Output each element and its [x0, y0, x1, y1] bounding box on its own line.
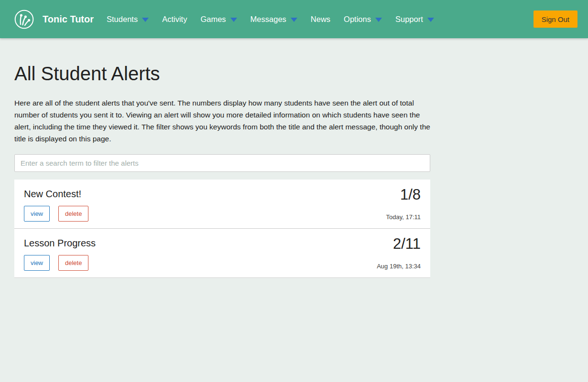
nav-item-options[interactable]: Options — [337, 15, 389, 24]
nav-item-activity[interactable]: Activity — [155, 15, 194, 24]
view-button[interactable]: view — [24, 255, 50, 271]
top-navbar: Tonic Tutor Students Activity Games Mess… — [0, 0, 588, 38]
nav-item-label: Games — [200, 15, 226, 24]
view-button[interactable]: view — [24, 206, 50, 222]
delete-button[interactable]: delete — [58, 255, 88, 271]
seen-count: 2/11 — [393, 235, 421, 253]
nav-item-support[interactable]: Support — [389, 15, 441, 24]
alert-filter-input[interactable] — [14, 154, 430, 172]
tonic-tutor-logo-icon[interactable] — [14, 10, 34, 29]
main-menu: Students Activity Games Messages News Op… — [100, 15, 441, 24]
chevron-down-icon — [375, 18, 382, 22]
alert-row: New Contest! view delete 1/8 Today, 17:1… — [14, 180, 430, 228]
alert-row: Lesson Progress view delete 2/11 Aug 19t… — [14, 228, 430, 277]
alert-title: Lesson Progress — [24, 238, 96, 249]
nav-item-students[interactable]: Students — [100, 15, 155, 24]
brand-name[interactable]: Tonic Tutor — [43, 14, 94, 25]
nav-item-games[interactable]: Games — [194, 15, 243, 24]
search-box — [14, 154, 430, 172]
nav-item-messages[interactable]: Messages — [244, 15, 304, 24]
main-content: All Student Alerts Here are all of the s… — [14, 63, 430, 278]
chevron-down-icon — [427, 18, 434, 22]
chevron-down-icon — [291, 18, 297, 22]
chevron-down-icon — [142, 18, 149, 22]
alert-timestamp: Today, 17:11 — [386, 213, 421, 222]
page-description: Here are all of the student alerts that … — [14, 97, 430, 145]
page-title: All Student Alerts — [14, 63, 430, 85]
delete-button[interactable]: delete — [58, 206, 88, 222]
nav-item-news[interactable]: News — [304, 15, 337, 24]
alert-title: New Contest! — [24, 189, 88, 200]
nav-item-label: Messages — [250, 15, 286, 24]
sign-out-button[interactable]: Sign Out — [534, 11, 577, 28]
nav-item-label: News — [311, 15, 330, 24]
seen-count: 1/8 — [400, 186, 421, 203]
nav-item-label: Activity — [162, 15, 187, 24]
nav-item-label: Support — [395, 15, 423, 24]
alert-list: New Contest! view delete 1/8 Today, 17:1… — [14, 180, 430, 278]
nav-item-label: Students — [107, 15, 138, 24]
nav-item-label: Options — [344, 15, 371, 24]
chevron-down-icon — [230, 18, 237, 22]
alert-timestamp: Aug 19th, 13:34 — [377, 263, 421, 271]
